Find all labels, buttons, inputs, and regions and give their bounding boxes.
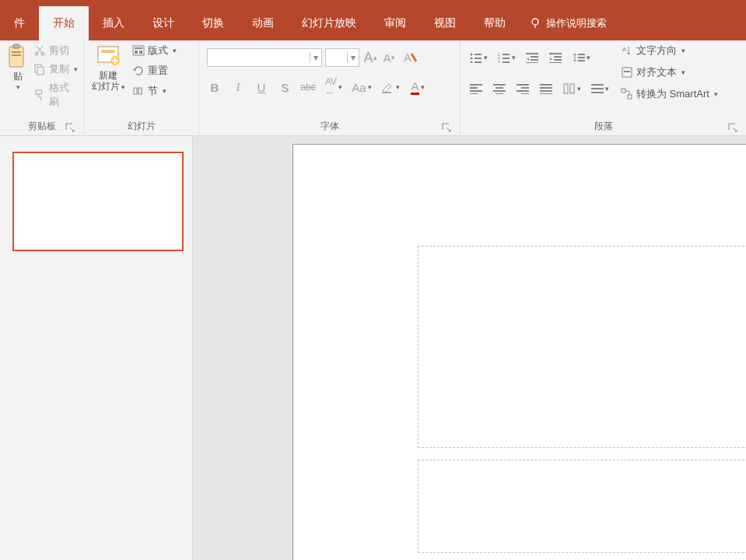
section-button[interactable]: 节▾ [132,84,177,98]
svg-rect-35 [503,58,510,59]
copy-icon [33,63,46,75]
svg-rect-19 [135,47,142,49]
svg-rect-63 [540,90,552,92]
group-font: ▾ ▾ A▴ A▾ A B I U S abc AV↔▾ Aa▾ [199,40,461,136]
smartart-button[interactable]: 转换为 SmartArt▾ [621,87,718,101]
slide-thumbnail-1[interactable] [12,152,184,251]
svg-rect-20 [135,51,138,54]
svg-rect-62 [540,87,552,89]
clear-formatting-button[interactable]: A [400,50,420,65]
paste-icon [7,44,29,70]
text-direction-icon: A [621,44,633,57]
slide-canvas-area[interactable]: 单击此 单击 Baidu经验 jingyan.baidu.com [193,136,746,560]
svg-rect-21 [139,51,142,54]
bold-button[interactable]: B [207,79,222,95]
section-icon [132,85,145,97]
increase-indent-button[interactable] [548,50,563,65]
ribbon-tabs: 件 开始 插入 设计 切换 动画 幻灯片放映 审阅 视图 帮助 操作说明搜索 [0,6,746,40]
text-highlight-button[interactable]: ▾ [380,79,400,95]
align-right-button[interactable] [515,81,531,96]
svg-text:A: A [622,46,627,53]
align-right-icon [517,83,529,94]
svg-rect-5 [12,54,21,56]
svg-rect-55 [493,90,506,92]
format-painter-button[interactable]: 格式刷 [33,81,79,109]
subtitle-placeholder[interactable]: 单击 [418,460,746,553]
svg-rect-52 [470,93,478,94]
tab-file[interactable]: 件 [0,6,39,40]
format-painter-icon [33,89,46,101]
align-left-button[interactable] [468,81,484,96]
tab-insert[interactable]: 插入 [89,6,138,40]
new-slide-button[interactable]: 新建幻灯片▾ [89,44,128,118]
shrink-font-button[interactable]: A▾ [381,50,397,65]
slide-1[interactable]: 单击此 单击 [292,144,746,560]
paragraph-dialog-launcher[interactable] [727,122,738,133]
align-left-icon [470,83,482,94]
tab-help[interactable]: 帮助 [470,6,520,40]
font-dialog-launcher[interactable] [441,122,452,133]
numbering-button[interactable]: 123▾ [496,50,517,65]
bullets-button[interactable]: ▾ [468,50,489,65]
font-color-button[interactable]: A▾ [408,79,428,95]
svg-rect-44 [554,59,562,61]
svg-rect-12 [36,90,42,94]
font-name-combo[interactable]: ▾ [207,48,322,67]
tab-design[interactable]: 设计 [138,6,188,40]
underline-button[interactable]: U [254,79,269,95]
strikethrough-button[interactable]: abc [300,79,316,95]
tab-slideshow[interactable]: 幻灯片放映 [288,6,370,40]
columns-button[interactable]: ▾ [562,81,582,96]
grow-font-button[interactable]: A▴ [362,50,378,65]
font-group-label: 字体 [204,118,455,136]
svg-point-0 [532,19,538,25]
justify-button[interactable] [538,81,554,96]
group-paragraph: ▾ 123▾ ▾ ▾ ▾ A 文字方向▾ [461,40,746,136]
cut-button[interactable]: 剪切 [33,44,79,58]
clipboard-dialog-launcher[interactable] [65,122,75,133]
line-spacing-button[interactable]: ▾ [571,50,591,65]
paste-label: 贴 [13,70,23,83]
text-direction-button[interactable]: A 文字方向▾ [621,44,718,58]
title-placeholder[interactable]: 单击此 [418,246,746,448]
svg-rect-25 [382,92,391,93]
svg-rect-22 [134,88,137,94]
svg-rect-43 [554,56,562,58]
svg-rect-42 [549,53,562,54]
text-shadow-button[interactable]: S [277,79,292,95]
font-size-combo[interactable]: ▾ [325,48,359,67]
tab-animation[interactable]: 动画 [238,6,288,40]
change-case-button[interactable]: Aa▾ [352,79,372,95]
distribute-button[interactable]: ▾ [590,81,610,96]
copy-button[interactable]: 复制▾ [33,62,79,76]
tab-home[interactable]: 开始 [39,6,89,40]
svg-rect-4 [12,51,21,53]
tab-review[interactable]: 审阅 [370,6,420,40]
decrease-indent-button[interactable] [524,50,540,65]
svg-rect-40 [531,59,538,61]
italic-button[interactable]: I [230,79,246,95]
tab-transition[interactable]: 切换 [188,6,238,40]
tab-view[interactable]: 视图 [420,6,470,40]
title-bar [0,0,746,6]
svg-rect-72 [624,71,630,72]
layout-button[interactable]: 版式▾ [132,44,177,58]
reset-button[interactable]: 重置 [132,64,177,78]
align-text-button[interactable]: 对齐文本▾ [621,65,718,79]
justify-icon [540,83,552,94]
group-clipboard: 贴 ▾ 剪切 复制▾ 格式刷 剪贴板 [0,40,84,136]
tell-me-search[interactable]: 操作说明搜索 [520,16,607,30]
align-center-button[interactable] [492,81,507,96]
lightbulb-icon [529,17,541,30]
char-spacing-button[interactable]: AV↔▾ [324,79,344,95]
svg-rect-74 [628,95,632,99]
slide-thumbnail-panel[interactable] [0,136,193,560]
svg-rect-29 [475,58,482,59]
svg-rect-14 [101,50,115,53]
paste-button[interactable]: 贴 ▾ [5,44,30,118]
indent-icon [549,52,562,63]
svg-rect-38 [526,53,538,54]
smartart-icon [621,88,633,100]
align-center-icon [493,83,506,94]
svg-rect-51 [470,90,482,92]
